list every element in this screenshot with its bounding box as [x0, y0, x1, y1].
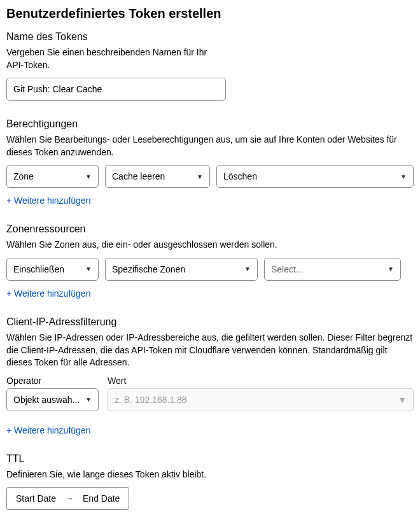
token-name-desc: Vergeben Sie einen beschreibenden Namen …	[6, 46, 223, 71]
caret-down-icon: ▼	[85, 265, 92, 272]
token-name-title: Name des Tokens	[6, 31, 414, 43]
ttl-date-range[interactable]: Start Date → End Date	[6, 487, 129, 510]
ip-value-placeholder: z. B. 192.168.1.88	[115, 395, 187, 405]
permissions-title: Berechtigungen	[6, 118, 414, 130]
ip-section: Client-IP-Adressfilterung Wählen Sie IP-…	[6, 316, 414, 435]
caret-down-icon: ▼	[85, 396, 92, 403]
token-name-section: Name des Tokens Vergeben Sie einen besch…	[6, 31, 414, 101]
ttl-end-label: End Date	[83, 493, 120, 504]
zone-type-value: Spezifische Zonen	[112, 264, 185, 274]
zone-value-select[interactable]: Select... ▼	[264, 258, 401, 281]
ttl-section: TTL Definieren Sie, wie lange dieses Tok…	[6, 453, 414, 511]
ttl-start-label: Start Date	[16, 493, 56, 504]
permission-type-select[interactable]: Cache leeren ▼	[105, 165, 210, 188]
caret-down-icon: ▼	[197, 173, 203, 180]
caret-down-icon: ▼	[398, 395, 407, 405]
page-title: Benutzerdefiniertes Token erstellen	[6, 6, 414, 21]
caret-down-icon: ▼	[244, 265, 251, 272]
ttl-title: TTL	[6, 453, 414, 465]
permission-action-select[interactable]: Löschen ▼	[216, 165, 414, 188]
ip-value-label: Wert	[108, 376, 414, 386]
caret-down-icon: ▼	[388, 265, 394, 272]
zones-title: Zonenressourcen	[6, 223, 414, 235]
add-permission-link[interactable]: + Weitere hinzufügen	[6, 195, 90, 206]
permission-scope-select[interactable]: Zone ▼	[6, 165, 99, 188]
permission-action-value: Löschen	[223, 171, 257, 181]
caret-down-icon: ▼	[400, 173, 407, 180]
add-ip-link[interactable]: + Weitere hinzufügen	[6, 425, 90, 435]
zone-type-select[interactable]: Spezifische Zonen ▼	[105, 258, 258, 281]
ip-operator-select[interactable]: Objekt auswäh... ▼	[6, 388, 99, 411]
zone-include-value: Einschließen	[13, 264, 64, 274]
ip-operator-value: Objekt auswäh...	[13, 395, 80, 405]
arrow-right-icon: →	[65, 493, 74, 504]
zone-include-select[interactable]: Einschließen ▼	[6, 258, 99, 281]
add-zone-link[interactable]: + Weitere hinzufügen	[6, 288, 90, 299]
token-name-input[interactable]	[6, 78, 226, 101]
caret-down-icon: ▼	[85, 173, 92, 180]
zones-section: Zonenressourcen Wählen Sie Zonen aus, di…	[6, 223, 414, 299]
ttl-desc: Definieren Sie, wie lange dieses Token a…	[6, 469, 414, 481]
zones-desc: Wählen Sie Zonen aus, die ein- oder ausg…	[6, 239, 414, 251]
permissions-desc: Wählen Sie Bearbeitungs- oder Leseberech…	[6, 134, 414, 159]
ip-title: Client-IP-Adressfilterung	[6, 316, 414, 328]
ip-desc: Wählen Sie IP-Adressen oder IP-Adressber…	[6, 332, 414, 369]
ip-operator-label: Operator	[6, 376, 99, 386]
permissions-section: Berechtigungen Wählen Sie Bearbeitungs- …	[6, 118, 414, 206]
permission-scope-value: Zone	[13, 171, 34, 181]
zone-value-placeholder: Select...	[271, 264, 304, 274]
permission-type-value: Cache leeren	[112, 171, 165, 181]
ip-value-input[interactable]: z. B. 192.168.1.88 ▼	[108, 388, 414, 411]
